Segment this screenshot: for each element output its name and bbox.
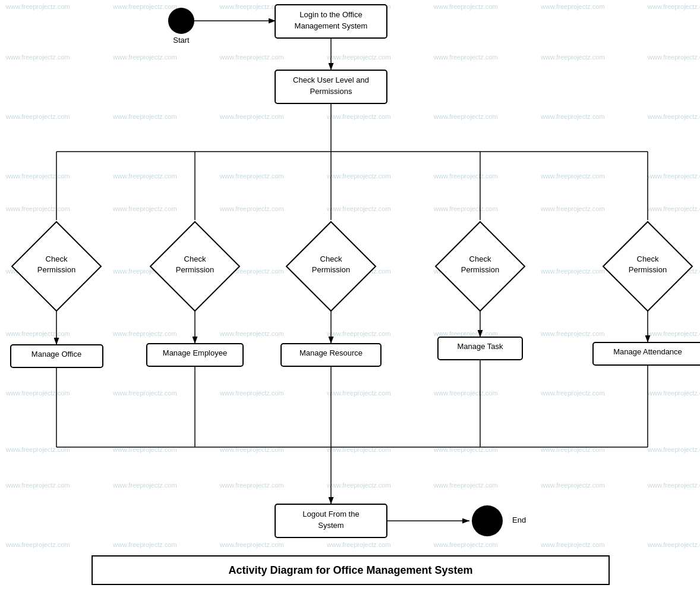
svg-text:www.freeprojectz.com: www.freeprojectz.com	[5, 389, 70, 397]
logout-line2: System	[318, 521, 343, 530]
start-node	[168, 8, 194, 34]
diamond1-line2: Permission	[37, 265, 75, 274]
svg-text:www.freeprojectz.com: www.freeprojectz.com	[433, 172, 498, 180]
svg-text:www.freeprojectz.com: www.freeprojectz.com	[433, 54, 498, 61]
svg-text:www.freeprojectz.com: www.freeprojectz.com	[433, 113, 498, 120]
svg-text:www.freeprojectz.com: www.freeprojectz.com	[112, 330, 177, 337]
svg-text:www.freeprojectz.com: www.freeprojectz.com	[326, 389, 391, 397]
svg-text:www.freeprojectz.com: www.freeprojectz.com	[219, 541, 284, 548]
svg-text:www.freeprojectz.com: www.freeprojectz.com	[647, 172, 700, 180]
manage-office-label: Manage Office	[31, 350, 81, 359]
start-label: Start	[173, 36, 190, 45]
svg-text:www.freeprojectz.com: www.freeprojectz.com	[647, 113, 700, 120]
svg-text:www.freeprojectz.com: www.freeprojectz.com	[540, 389, 605, 397]
svg-text:www.freeprojectz.com: www.freeprojectz.com	[326, 54, 391, 61]
login-text-line1: Login to the Office	[299, 10, 362, 19]
svg-text:www.freeprojectz.com: www.freeprojectz.com	[219, 113, 284, 120]
svg-text:www.freeprojectz.com: www.freeprojectz.com	[647, 3, 700, 10]
svg-text:www.freeprojectz.com: www.freeprojectz.com	[112, 482, 177, 489]
diamond4-line1: Check	[469, 254, 491, 263]
manage-task-label: Manage Task	[457, 342, 503, 351]
svg-text:www.freeprojectz.com: www.freeprojectz.com	[326, 205, 391, 212]
svg-text:www.freeprojectz.com: www.freeprojectz.com	[433, 205, 498, 212]
diamond2-line1: Check	[184, 254, 206, 263]
svg-text:www.freeprojectz.com: www.freeprojectz.com	[112, 54, 177, 61]
svg-text:www.freeprojectz.com: www.freeprojectz.com	[540, 205, 605, 212]
svg-text:www.freeprojectz.com: www.freeprojectz.com	[5, 330, 70, 337]
svg-text:www.freeprojectz.com: www.freeprojectz.com	[112, 3, 177, 10]
check-perm-line1: Check User Level and	[293, 76, 369, 84]
svg-text:www.freeprojectz.com: www.freeprojectz.com	[326, 541, 391, 548]
diamond3-line2: Permission	[312, 265, 350, 274]
diamond2-line2: Permission	[176, 265, 214, 274]
svg-text:www.freeprojectz.com: www.freeprojectz.com	[219, 54, 284, 61]
svg-text:www.freeprojectz.com: www.freeprojectz.com	[433, 330, 498, 337]
svg-text:www.freeprojectz.com: www.freeprojectz.com	[5, 172, 70, 180]
svg-text:www.freeprojectz.com: www.freeprojectz.com	[540, 54, 605, 61]
logout-line1: Logout From the	[302, 510, 359, 518]
svg-text:www.freeprojectz.com: www.freeprojectz.com	[540, 3, 605, 10]
svg-text:www.freeprojectz.com: www.freeprojectz.com	[540, 330, 605, 337]
end-node	[472, 505, 503, 536]
svg-text:www.freeprojectz.com: www.freeprojectz.com	[647, 205, 700, 212]
svg-text:www.freeprojectz.com: www.freeprojectz.com	[326, 113, 391, 120]
svg-text:www.freeprojectz.com: www.freeprojectz.com	[326, 482, 391, 489]
svg-text:www.freeprojectz.com: www.freeprojectz.com	[219, 389, 284, 397]
svg-text:www.freeprojectz.com: www.freeprojectz.com	[540, 541, 605, 548]
diamond3-line1: Check	[320, 254, 342, 263]
svg-text:www.freeprojectz.com: www.freeprojectz.com	[647, 389, 700, 397]
diamond1-line1: Check	[46, 254, 68, 263]
svg-text:www.freeprojectz.com: www.freeprojectz.com	[433, 389, 498, 397]
svg-text:www.freeprojectz.com: www.freeprojectz.com	[5, 3, 70, 10]
svg-text:www.freeprojectz.com: www.freeprojectz.com	[540, 172, 605, 180]
manage-employee-label: Manage Employee	[163, 348, 227, 357]
svg-text:www.freeprojectz.com: www.freeprojectz.com	[540, 113, 605, 120]
svg-text:www.freeprojectz.com: www.freeprojectz.com	[647, 330, 700, 337]
manage-resource-label: Manage Resource	[299, 348, 362, 357]
svg-text:www.freeprojectz.com: www.freeprojectz.com	[647, 54, 700, 61]
svg-text:www.freeprojectz.com: www.freeprojectz.com	[112, 389, 177, 397]
svg-text:www.freeprojectz.com: www.freeprojectz.com	[647, 446, 700, 453]
svg-text:www.freeprojectz.com: www.freeprojectz.com	[5, 205, 70, 212]
svg-text:www.freeprojectz.com: www.freeprojectz.com	[5, 113, 70, 120]
svg-text:www.freeprojectz.com: www.freeprojectz.com	[112, 541, 177, 548]
svg-text:www.freeprojectz.com: www.freeprojectz.com	[219, 3, 284, 10]
end-label: End	[512, 515, 526, 524]
svg-text:www.freeprojectz.com: www.freeprojectz.com	[5, 541, 70, 548]
diamond5-line1: Check	[637, 254, 659, 263]
diamond4-line2: Permission	[461, 265, 499, 274]
svg-text:www.freeprojectz.com: www.freeprojectz.com	[326, 330, 391, 337]
svg-text:www.freeprojectz.com: www.freeprojectz.com	[433, 482, 498, 489]
check-perm-line2: Permissions	[310, 87, 352, 96]
svg-text:www.freeprojectz.com: www.freeprojectz.com	[647, 482, 700, 489]
svg-text:www.freeprojectz.com: www.freeprojectz.com	[219, 482, 284, 489]
svg-text:www.freeprojectz.com: www.freeprojectz.com	[433, 3, 498, 10]
diamond5-line2: Permission	[629, 265, 667, 274]
svg-text:www.freeprojectz.com: www.freeprojectz.com	[112, 172, 177, 180]
login-text-line2: Management System	[295, 21, 368, 30]
svg-text:www.freeprojectz.com: www.freeprojectz.com	[5, 54, 70, 61]
diagram-area: www.freeprojectz.com www.freeprojectz.co…	[0, 0, 700, 591]
svg-text:www.freeprojectz.com: www.freeprojectz.com	[219, 205, 284, 212]
svg-text:www.freeprojectz.com: www.freeprojectz.com	[219, 330, 284, 337]
svg-text:www.freeprojectz.com: www.freeprojectz.com	[540, 268, 605, 275]
svg-text:www.freeprojectz.com: www.freeprojectz.com	[219, 172, 284, 180]
svg-text:www.freeprojectz.com: www.freeprojectz.com	[112, 113, 177, 120]
svg-text:www.freeprojectz.com: www.freeprojectz.com	[647, 541, 700, 548]
svg-text:www.freeprojectz.com: www.freeprojectz.com	[5, 482, 70, 489]
diagram-title: Activity Diagram for Office Management S…	[228, 564, 472, 576]
svg-text:www.freeprojectz.com: www.freeprojectz.com	[433, 541, 498, 548]
svg-text:www.freeprojectz.com: www.freeprojectz.com	[326, 172, 391, 180]
svg-text:www.freeprojectz.com: www.freeprojectz.com	[540, 482, 605, 489]
svg-text:www.freeprojectz.com: www.freeprojectz.com	[112, 205, 177, 212]
manage-attendance-label: Manage Attendance	[613, 347, 682, 356]
